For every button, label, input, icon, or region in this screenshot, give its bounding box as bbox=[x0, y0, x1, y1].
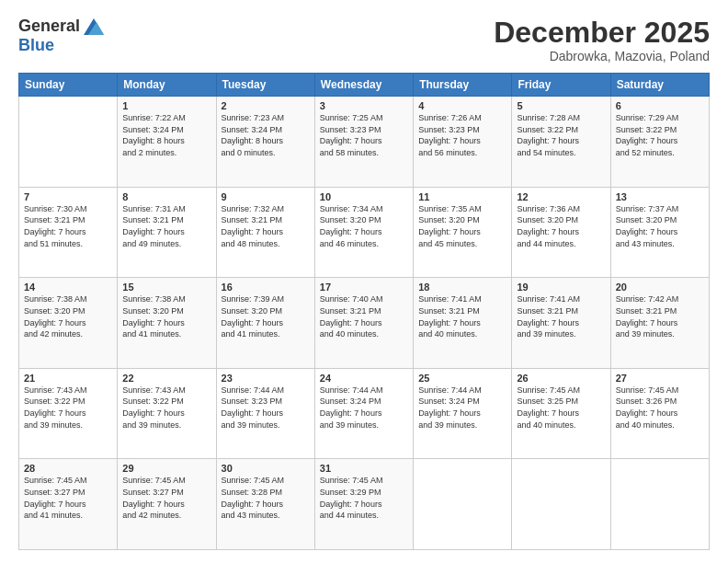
calendar-cell: 17Sunrise: 7:40 AM Sunset: 3:21 PM Dayli… bbox=[314, 278, 413, 369]
day-info: Sunrise: 7:43 AM Sunset: 3:22 PM Dayligh… bbox=[122, 385, 210, 431]
day-info: Sunrise: 7:45 AM Sunset: 3:25 PM Dayligh… bbox=[517, 385, 605, 431]
calendar-cell: 20Sunrise: 7:42 AM Sunset: 3:21 PM Dayli… bbox=[610, 278, 709, 369]
day-number: 29 bbox=[122, 463, 210, 474]
calendar-cell: 31Sunrise: 7:45 AM Sunset: 3:29 PM Dayli… bbox=[314, 459, 413, 550]
day-number: 31 bbox=[320, 463, 408, 474]
calendar-cell: 15Sunrise: 7:38 AM Sunset: 3:20 PM Dayli… bbox=[118, 278, 216, 369]
day-info: Sunrise: 7:30 AM Sunset: 3:21 PM Dayligh… bbox=[24, 203, 112, 249]
calendar-cell: 5Sunrise: 7:28 AM Sunset: 3:22 PM Daylig… bbox=[512, 97, 610, 188]
day-info: Sunrise: 7:29 AM Sunset: 3:22 PM Dayligh… bbox=[616, 112, 704, 158]
logo-icon bbox=[84, 18, 104, 35]
calendar-cell bbox=[512, 459, 610, 550]
day-number: 24 bbox=[320, 373, 408, 384]
calendar-cell: 19Sunrise: 7:41 AM Sunset: 3:21 PM Dayli… bbox=[512, 278, 610, 369]
day-number: 19 bbox=[517, 282, 605, 293]
day-info: Sunrise: 7:45 AM Sunset: 3:26 PM Dayligh… bbox=[616, 385, 704, 431]
weekday-header: Saturday bbox=[610, 74, 709, 97]
day-number: 2 bbox=[222, 100, 310, 111]
day-info: Sunrise: 7:43 AM Sunset: 3:22 PM Dayligh… bbox=[24, 385, 112, 431]
weekday-header: Tuesday bbox=[216, 74, 314, 97]
day-info: Sunrise: 7:44 AM Sunset: 3:24 PM Dayligh… bbox=[418, 385, 506, 431]
calendar-cell: 14Sunrise: 7:38 AM Sunset: 3:20 PM Dayli… bbox=[19, 278, 118, 369]
day-info: Sunrise: 7:31 AM Sunset: 3:21 PM Dayligh… bbox=[122, 203, 210, 249]
day-info: Sunrise: 7:38 AM Sunset: 3:20 PM Dayligh… bbox=[24, 293, 112, 339]
calendar-cell: 4Sunrise: 7:26 AM Sunset: 3:23 PM Daylig… bbox=[414, 97, 512, 188]
calendar-week-row: 21Sunrise: 7:43 AM Sunset: 3:22 PM Dayli… bbox=[19, 368, 710, 459]
day-number: 23 bbox=[222, 373, 310, 384]
weekday-header: Thursday bbox=[414, 74, 512, 97]
day-number: 16 bbox=[222, 282, 310, 293]
calendar-cell bbox=[610, 459, 709, 550]
day-number: 26 bbox=[517, 373, 605, 384]
day-number: 10 bbox=[320, 191, 408, 202]
calendar-cell: 25Sunrise: 7:44 AM Sunset: 3:24 PM Dayli… bbox=[414, 368, 512, 459]
day-info: Sunrise: 7:45 AM Sunset: 3:28 PM Dayligh… bbox=[222, 475, 310, 521]
calendar-cell: 22Sunrise: 7:43 AM Sunset: 3:22 PM Dayli… bbox=[118, 368, 216, 459]
calendar-cell: 28Sunrise: 7:45 AM Sunset: 3:27 PM Dayli… bbox=[19, 459, 118, 550]
day-number: 21 bbox=[24, 373, 112, 384]
weekday-header: Friday bbox=[512, 74, 610, 97]
location: Dabrowka, Mazovia, Poland bbox=[494, 49, 710, 63]
calendar-cell: 23Sunrise: 7:44 AM Sunset: 3:23 PM Dayli… bbox=[216, 368, 314, 459]
day-info: Sunrise: 7:40 AM Sunset: 3:21 PM Dayligh… bbox=[320, 293, 408, 339]
day-number: 1 bbox=[122, 100, 210, 111]
calendar-header-row: SundayMondayTuesdayWednesdayThursdayFrid… bbox=[19, 74, 710, 97]
weekday-header: Monday bbox=[118, 74, 216, 97]
day-info: Sunrise: 7:41 AM Sunset: 3:21 PM Dayligh… bbox=[517, 293, 605, 339]
day-number: 22 bbox=[122, 373, 210, 384]
day-info: Sunrise: 7:28 AM Sunset: 3:22 PM Dayligh… bbox=[517, 112, 605, 158]
calendar-week-row: 1Sunrise: 7:22 AM Sunset: 3:24 PM Daylig… bbox=[19, 97, 710, 188]
day-number: 12 bbox=[517, 191, 605, 202]
day-number: 18 bbox=[418, 282, 506, 293]
calendar-week-row: 7Sunrise: 7:30 AM Sunset: 3:21 PM Daylig… bbox=[19, 187, 710, 278]
day-info: Sunrise: 7:32 AM Sunset: 3:21 PM Dayligh… bbox=[222, 203, 310, 249]
calendar-week-row: 28Sunrise: 7:45 AM Sunset: 3:27 PM Dayli… bbox=[19, 459, 710, 550]
day-info: Sunrise: 7:45 AM Sunset: 3:27 PM Dayligh… bbox=[24, 475, 112, 521]
calendar-cell: 3Sunrise: 7:25 AM Sunset: 3:23 PM Daylig… bbox=[314, 97, 413, 188]
day-info: Sunrise: 7:35 AM Sunset: 3:20 PM Dayligh… bbox=[418, 203, 506, 249]
calendar-cell: 7Sunrise: 7:30 AM Sunset: 3:21 PM Daylig… bbox=[19, 187, 118, 278]
day-number: 5 bbox=[517, 100, 605, 111]
day-info: Sunrise: 7:45 AM Sunset: 3:29 PM Dayligh… bbox=[320, 475, 408, 521]
calendar-cell: 27Sunrise: 7:45 AM Sunset: 3:26 PM Dayli… bbox=[610, 368, 709, 459]
day-number: 20 bbox=[616, 282, 704, 293]
calendar-cell: 21Sunrise: 7:43 AM Sunset: 3:22 PM Dayli… bbox=[19, 368, 118, 459]
weekday-header: Wednesday bbox=[314, 74, 413, 97]
calendar-cell: 13Sunrise: 7:37 AM Sunset: 3:20 PM Dayli… bbox=[610, 187, 709, 278]
day-number: 9 bbox=[222, 191, 310, 202]
calendar-cell: 10Sunrise: 7:34 AM Sunset: 3:20 PM Dayli… bbox=[314, 187, 413, 278]
day-number: 7 bbox=[24, 191, 112, 202]
day-info: Sunrise: 7:38 AM Sunset: 3:20 PM Dayligh… bbox=[122, 293, 210, 339]
calendar-cell: 12Sunrise: 7:36 AM Sunset: 3:20 PM Dayli… bbox=[512, 187, 610, 278]
calendar: SundayMondayTuesdayWednesdayThursdayFrid… bbox=[18, 73, 710, 550]
calendar-cell bbox=[414, 459, 512, 550]
month-title: December 2025 bbox=[494, 17, 710, 49]
day-info: Sunrise: 7:36 AM Sunset: 3:20 PM Dayligh… bbox=[517, 203, 605, 249]
logo: General Blue bbox=[18, 17, 104, 55]
day-info: Sunrise: 7:39 AM Sunset: 3:20 PM Dayligh… bbox=[222, 293, 310, 339]
day-info: Sunrise: 7:22 AM Sunset: 3:24 PM Dayligh… bbox=[122, 112, 210, 158]
weekday-header: Sunday bbox=[19, 74, 118, 97]
calendar-cell: 16Sunrise: 7:39 AM Sunset: 3:20 PM Dayli… bbox=[216, 278, 314, 369]
day-info: Sunrise: 7:45 AM Sunset: 3:27 PM Dayligh… bbox=[122, 475, 210, 521]
logo-blue-text: Blue bbox=[18, 36, 54, 55]
day-number: 14 bbox=[24, 282, 112, 293]
day-number: 3 bbox=[320, 100, 408, 111]
calendar-cell: 26Sunrise: 7:45 AM Sunset: 3:25 PM Dayli… bbox=[512, 368, 610, 459]
day-info: Sunrise: 7:23 AM Sunset: 3:24 PM Dayligh… bbox=[222, 112, 310, 158]
day-number: 27 bbox=[616, 373, 704, 384]
day-number: 8 bbox=[122, 191, 210, 202]
title-block: December 2025 Dabrowka, Mazovia, Poland bbox=[494, 17, 710, 63]
calendar-cell: 30Sunrise: 7:45 AM Sunset: 3:28 PM Dayli… bbox=[216, 459, 314, 550]
day-number: 17 bbox=[320, 282, 408, 293]
day-info: Sunrise: 7:26 AM Sunset: 3:23 PM Dayligh… bbox=[418, 112, 506, 158]
day-number: 13 bbox=[616, 191, 704, 202]
day-number: 11 bbox=[418, 191, 506, 202]
calendar-cell: 1Sunrise: 7:22 AM Sunset: 3:24 PM Daylig… bbox=[118, 97, 216, 188]
day-info: Sunrise: 7:34 AM Sunset: 3:20 PM Dayligh… bbox=[320, 203, 408, 249]
day-number: 6 bbox=[616, 100, 704, 111]
day-info: Sunrise: 7:44 AM Sunset: 3:24 PM Dayligh… bbox=[320, 385, 408, 431]
calendar-cell: 9Sunrise: 7:32 AM Sunset: 3:21 PM Daylig… bbox=[216, 187, 314, 278]
calendar-cell: 6Sunrise: 7:29 AM Sunset: 3:22 PM Daylig… bbox=[610, 97, 709, 188]
calendar-cell bbox=[19, 97, 118, 188]
